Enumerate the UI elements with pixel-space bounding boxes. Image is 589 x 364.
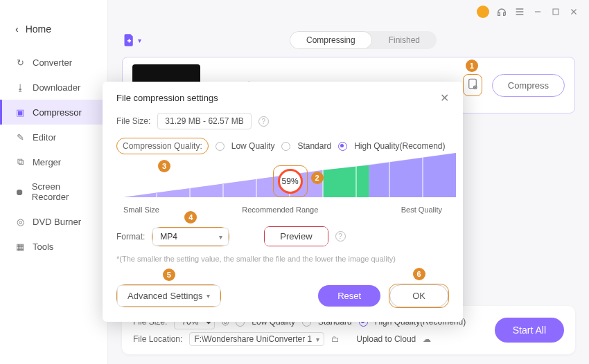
svg-rect-0: [553, 9, 559, 15]
radio-standard[interactable]: [281, 142, 290, 151]
help-icon[interactable]: ?: [335, 231, 346, 242]
filesize-range[interactable]: 31.29 MB - 62.57 MB: [157, 113, 251, 129]
folder-icon[interactable]: 🗀: [331, 334, 340, 344]
compression-quality-label: Compression Quality:: [123, 141, 202, 151]
compressor-icon: ▣: [15, 107, 26, 118]
sidebar-item-recorder[interactable]: ⏺Screen Recorder: [0, 174, 107, 209]
headset-icon[interactable]: [496, 6, 507, 17]
cloud-icon[interactable]: ☁: [423, 334, 431, 344]
chevron-left-icon: ‹: [15, 24, 19, 35]
hint-text: *(The smaller the setting value, the sma…: [116, 255, 449, 263]
svg-marker-6: [369, 153, 456, 197]
location-select[interactable]: F:\Wondershare UniConverter 1▾: [189, 332, 324, 346]
sidebar-item-compressor[interactable]: ▣Compressor: [0, 100, 107, 125]
slider-small-label: Small Size: [123, 206, 159, 214]
compress-button[interactable]: Compress: [492, 74, 565, 97]
start-all-button[interactable]: Start All: [495, 318, 564, 343]
format-select[interactable]: MP4 ▾: [152, 228, 229, 246]
sidebar-item-editor[interactable]: ✎Editor: [0, 125, 107, 149]
slider-thumb[interactable]: 2 59%: [273, 165, 308, 197]
slider-recommended-label: Recommended Range: [242, 206, 318, 214]
advanced-annotation: 5 Advanced Settings ▾: [116, 284, 221, 307]
compression-settings-modal: File compression settings ✕ File Size: 3…: [103, 82, 463, 322]
badge-5: 5: [163, 269, 175, 281]
filesize-label: File Size:: [116, 116, 150, 126]
merger-icon: ⧉: [15, 156, 26, 167]
recorder-icon: ⏺: [15, 186, 25, 197]
compression-quality-annotation: Compression Quality:: [116, 138, 209, 154]
ok-button[interactable]: OK: [389, 284, 448, 307]
svg-marker-5: [323, 165, 369, 197]
badge-6: 6: [413, 268, 425, 280]
ok-annotation: 6 OK: [389, 284, 449, 308]
close-icon[interactable]: [568, 6, 579, 17]
preview-button[interactable]: Preview: [265, 227, 327, 246]
slider-best-label: Best Quality: [401, 206, 442, 214]
badge-2: 2: [311, 172, 324, 184]
chevron-down-icon: ▾: [206, 292, 210, 300]
format-label: Format:: [116, 232, 145, 242]
quality-slider[interactable]: 2 59% Small Size Recommended Range Best …: [116, 163, 449, 207]
badge-1: 1: [466, 60, 478, 72]
settings-annotation: 1: [463, 74, 482, 96]
help-icon[interactable]: ?: [258, 116, 269, 127]
format-annotation: 4 MP4 ▾: [152, 227, 229, 246]
sidebar-item-merger[interactable]: ⧉Merger: [0, 149, 107, 174]
footer-location-label: File Location:: [133, 334, 182, 344]
tools-icon: ▦: [15, 241, 26, 252]
minimize-icon[interactable]: [532, 6, 543, 17]
gear-icon[interactable]: [466, 80, 479, 92]
reset-button[interactable]: Reset: [318, 285, 380, 307]
home-label: Home: [26, 24, 51, 35]
chevron-down-icon: ▾: [138, 37, 141, 44]
close-icon[interactable]: ✕: [440, 91, 449, 104]
sidebar-item-downloader[interactable]: ⭳Downloader: [0, 75, 107, 100]
slider-value: 59%: [278, 169, 303, 194]
converter-icon: ↻: [15, 57, 26, 68]
tabs: Compressing Finished: [290, 31, 437, 49]
chevron-down-icon: ▾: [219, 233, 222, 240]
window-titlebar: [467, 0, 589, 24]
tab-finished[interactable]: Finished: [372, 31, 437, 49]
editor-icon: ✎: [15, 131, 26, 143]
advanced-settings-button[interactable]: Advanced Settings ▾: [117, 285, 220, 307]
tab-compressing[interactable]: Compressing: [290, 31, 372, 49]
dvd-icon: ◎: [15, 216, 26, 227]
back-home[interactable]: ‹ Home: [0, 17, 107, 50]
radio-low[interactable]: [216, 142, 225, 151]
preview-annotation: Preview: [264, 226, 328, 246]
sidebar-item-dvd[interactable]: ◎DVD Burner: [0, 209, 107, 234]
avatar[interactable]: [477, 6, 489, 18]
badge-4: 4: [184, 211, 197, 224]
download-icon: ⭳: [15, 82, 26, 93]
sidebar: ‹ Home ↻Converter ⭳Downloader ▣Compresso…: [0, 0, 108, 364]
menu-icon[interactable]: [514, 6, 525, 17]
maximize-icon[interactable]: [550, 6, 561, 17]
modal-title: File compression settings: [116, 93, 218, 103]
sidebar-item-tools[interactable]: ▦Tools: [0, 234, 107, 259]
sidebar-item-converter[interactable]: ↻Converter: [0, 50, 107, 75]
radio-high[interactable]: [338, 142, 347, 151]
add-file-button[interactable]: ▾: [122, 30, 141, 50]
upload-label: Upload to Cloud: [356, 334, 416, 344]
